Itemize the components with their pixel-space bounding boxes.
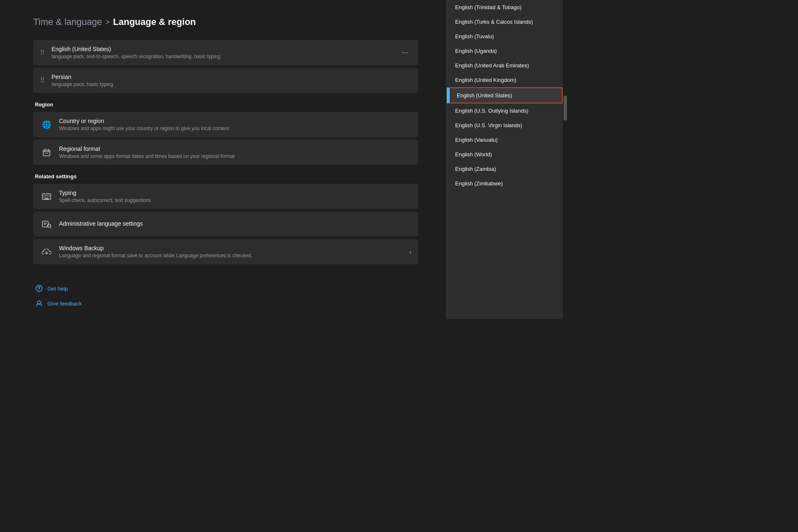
setting-info: Typing Spell check, autocorrect, text su… (59, 190, 411, 203)
svg-rect-7 (47, 195, 48, 196)
dropdown-item[interactable]: English (Tuvalu) (447, 29, 563, 44)
setting-info: Regional format Windows and some apps fo… (59, 145, 411, 159)
footer-links: Get help Give feedback (33, 281, 84, 311)
svg-rect-13 (44, 198, 49, 199)
dropdown-item[interactable]: English (United Kingdom) (447, 73, 563, 87)
get-help-link[interactable]: Get help (33, 281, 84, 296)
dropdown-item[interactable]: English (United States) (447, 87, 563, 103)
typing-row[interactable]: Typing Spell check, autocorrect, text su… (33, 184, 418, 209)
feedback-icon (35, 299, 43, 308)
help-icon (35, 284, 43, 293)
svg-rect-11 (47, 197, 48, 197)
setting-desc: Language and regional format save to acc… (59, 253, 409, 259)
country-region-row[interactable]: 🌐 Country or region Windows and apps mig… (33, 112, 418, 137)
setting-desc: Windows and apps might use your country … (59, 126, 411, 131)
language-features: language pack, text-to-speech, speech re… (52, 54, 399, 59)
globe-icon: 🌐 (40, 118, 53, 131)
give-feedback-link[interactable]: Give feedback (33, 296, 84, 311)
windows-backup-row[interactable]: Windows Backup Language and regional for… (33, 239, 418, 264)
admin-lang-icon (40, 217, 53, 231)
give-feedback-label: Give feedback (47, 300, 82, 307)
svg-point-1 (45, 153, 46, 154)
svg-rect-5 (44, 195, 44, 196)
svg-point-17 (39, 290, 39, 291)
scrollbar-thumb[interactable] (564, 96, 567, 121)
breadcrumb-current: Language & region (113, 17, 196, 27)
chevron-right-icon: › (409, 249, 411, 255)
dropdown-item[interactable]: English (World) (447, 147, 563, 162)
scrollbar-track (563, 0, 568, 319)
drag-handle-icon: ⠿ (40, 76, 45, 84)
language-name: English (United States) (52, 46, 399, 52)
dropdown-item[interactable]: English (Trinidad & Tobago) (447, 0, 563, 15)
more-options-button[interactable]: ··· (399, 47, 411, 59)
svg-rect-12 (49, 197, 49, 197)
dropdown-item[interactable]: English (Turks & Caicos Islands) (447, 15, 563, 29)
dropdown-item[interactable]: English (United Arab Emirates) (447, 58, 563, 73)
language-dropdown[interactable]: English (Trinidad & Tobago)English (Turk… (446, 0, 563, 319)
setting-desc: Spell check, autocorrect, text suggestio… (59, 197, 411, 203)
language-features: language pack, basic typing (52, 81, 411, 87)
language-info: English (United States) language pack, t… (52, 46, 399, 59)
regional-format-row[interactable]: Regional format Windows and some apps fo… (33, 140, 418, 165)
setting-title: Administrative language settings (59, 220, 411, 227)
language-item-persian[interactable]: ⠿ Persian language pack, basic typing (33, 68, 418, 93)
svg-rect-10 (45, 197, 46, 197)
related-settings-header: Related settings (33, 173, 418, 180)
language-name: Persian (52, 74, 411, 80)
setting-title: Country or region (59, 118, 411, 124)
get-help-label: Get help (47, 286, 68, 292)
breadcrumb-parent[interactable]: Time & language (33, 17, 102, 27)
keyboard-icon (40, 190, 53, 203)
setting-info: Country or region Windows and apps might… (59, 118, 411, 131)
svg-point-3 (47, 153, 48, 154)
dropdown-item[interactable]: English (U.S. Virgin Islands) (447, 118, 563, 133)
svg-rect-8 (49, 195, 49, 196)
svg-rect-9 (44, 197, 44, 197)
setting-info: Administrative language settings (59, 220, 411, 228)
dropdown-item[interactable]: English (Zambia) (447, 162, 563, 176)
dropdown-item[interactable]: English (Vanuatu) (447, 133, 563, 147)
language-item-english-us[interactable]: ⠿ English (United States) language pack,… (33, 40, 418, 65)
region-section-header: Region (33, 101, 418, 108)
setting-title: Windows Backup (59, 245, 409, 251)
admin-language-row[interactable]: Administrative language settings (33, 212, 418, 236)
setting-info: Windows Backup Language and regional for… (59, 245, 409, 259)
dropdown-item[interactable]: English (U.S. Outlying Islands) (447, 103, 563, 118)
language-info: Persian language pack, basic typing (52, 74, 411, 87)
svg-point-15 (47, 224, 51, 227)
svg-rect-6 (45, 195, 46, 196)
setting-title: Typing (59, 190, 411, 196)
breadcrumb-separator: > (106, 18, 110, 27)
calendar-icon (40, 146, 53, 159)
svg-point-2 (46, 153, 47, 154)
dropdown-item[interactable]: English (Uganda) (447, 44, 563, 58)
dropdown-item[interactable]: English (Zimbabwe) (447, 176, 563, 191)
setting-title: Regional format (59, 145, 411, 152)
setting-desc: Windows and some apps format dates and t… (59, 153, 411, 159)
drag-handle-icon: ⠿ (40, 49, 45, 57)
backup-icon (40, 245, 53, 259)
